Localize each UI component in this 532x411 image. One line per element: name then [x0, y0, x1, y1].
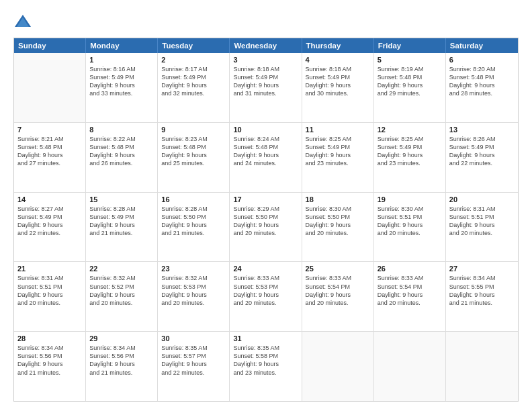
cell-line-0: Sunrise: 8:28 AM: [89, 205, 154, 213]
cell-line-0: Sunrise: 8:34 AM: [89, 344, 154, 352]
cal-cell-9: 9Sunrise: 8:23 AMSunset: 5:48 PMDaylight…: [158, 123, 230, 192]
cell-line-1: Sunset: 5:48 PM: [89, 143, 154, 151]
cell-line-1: Sunset: 5:54 PM: [306, 283, 370, 291]
cell-line-3: and 20 minutes.: [233, 229, 298, 237]
cell-line-1: Sunset: 5:50 PM: [161, 213, 226, 221]
logo: [13, 12, 35, 31]
cell-line-3: and 22 minutes.: [17, 229, 82, 237]
cal-cell-4: 4Sunrise: 8:18 AMSunset: 5:49 PMDaylight…: [302, 53, 374, 122]
cell-line-3: and 20 minutes.: [306, 299, 370, 307]
cell-line-1: Sunset: 5:49 PM: [17, 213, 82, 221]
page: SundayMondayTuesdayWednesdayThursdayFrid…: [0, 0, 532, 411]
day-number: 21: [17, 265, 82, 273]
cell-line-0: Sunrise: 8:34 AM: [449, 274, 515, 282]
cal-cell-29: 29Sunrise: 8:34 AMSunset: 5:56 PMDayligh…: [86, 332, 158, 401]
cal-cell-19: 19Sunrise: 8:30 AMSunset: 5:51 PMDayligh…: [374, 193, 446, 262]
cell-line-3: and 20 minutes.: [89, 299, 154, 307]
cell-line-3: and 25 minutes.: [161, 159, 226, 167]
cal-cell-14: 14Sunrise: 8:27 AMSunset: 5:49 PMDayligh…: [14, 193, 86, 262]
cell-line-1: Sunset: 5:49 PM: [449, 143, 515, 151]
cal-cell-26: 26Sunrise: 8:33 AMSunset: 5:54 PMDayligh…: [374, 262, 446, 331]
day-number: 29: [89, 334, 154, 342]
day-number: 9: [161, 126, 226, 134]
cell-line-1: Sunset: 5:51 PM: [449, 213, 515, 221]
day-number: 7: [17, 126, 82, 134]
cell-line-1: Sunset: 5:57 PM: [161, 352, 226, 360]
cal-cell-24: 24Sunrise: 8:33 AMSunset: 5:53 PMDayligh…: [230, 262, 302, 331]
cell-line-3: and 20 minutes.: [449, 229, 515, 237]
cal-week-2: 7Sunrise: 8:21 AMSunset: 5:48 PMDaylight…: [14, 123, 518, 193]
cell-line-0: Sunrise: 8:27 AM: [17, 205, 82, 213]
cal-cell-30: 30Sunrise: 8:35 AMSunset: 5:57 PMDayligh…: [158, 332, 230, 401]
cell-line-0: Sunrise: 8:17 AM: [161, 65, 226, 73]
day-number: 8: [89, 126, 154, 134]
cell-line-3: and 28 minutes.: [449, 89, 515, 97]
cell-line-1: Sunset: 5:53 PM: [161, 283, 226, 291]
cell-line-1: Sunset: 5:58 PM: [233, 352, 298, 360]
cell-line-2: Daylight: 9 hours: [17, 291, 82, 299]
cal-cell-empty-4-5: [374, 332, 446, 401]
cell-line-2: Daylight: 9 hours: [306, 221, 370, 229]
cell-line-2: Daylight: 9 hours: [449, 291, 515, 299]
cell-line-2: Daylight: 9 hours: [449, 221, 515, 229]
cal-cell-31: 31Sunrise: 8:35 AMSunset: 5:58 PMDayligh…: [230, 332, 302, 401]
cell-line-1: Sunset: 5:56 PM: [89, 352, 154, 360]
cal-header-tuesday: Tuesday: [158, 38, 230, 53]
day-number: 20: [449, 195, 515, 203]
day-number: 23: [161, 265, 226, 273]
cal-header-friday: Friday: [374, 38, 446, 53]
day-number: 30: [161, 334, 226, 342]
cell-line-3: and 33 minutes.: [89, 89, 154, 97]
day-number: 19: [378, 195, 442, 203]
cell-line-3: and 20 minutes.: [161, 299, 226, 307]
cell-line-3: and 21 minutes.: [449, 299, 515, 307]
cell-line-2: Daylight: 9 hours: [378, 81, 442, 89]
cell-line-0: Sunrise: 8:32 AM: [89, 274, 154, 282]
day-number: 4: [306, 56, 370, 64]
day-number: 16: [161, 195, 226, 203]
day-number: 10: [233, 126, 298, 134]
cell-line-1: Sunset: 5:48 PM: [449, 73, 515, 81]
day-number: 11: [306, 126, 370, 134]
cal-week-5: 28Sunrise: 8:34 AMSunset: 5:56 PMDayligh…: [14, 332, 518, 401]
cal-cell-17: 17Sunrise: 8:29 AMSunset: 5:50 PMDayligh…: [230, 193, 302, 262]
logo-icon: [13, 12, 32, 31]
calendar-body: 1Sunrise: 8:16 AMSunset: 5:49 PMDaylight…: [14, 53, 518, 401]
cal-week-4: 21Sunrise: 8:31 AMSunset: 5:51 PMDayligh…: [14, 262, 518, 332]
cell-line-2: Daylight: 9 hours: [17, 221, 82, 229]
cell-line-1: Sunset: 5:49 PM: [233, 73, 298, 81]
cell-line-3: and 30 minutes.: [306, 89, 370, 97]
cal-header-thursday: Thursday: [302, 38, 374, 53]
day-number: 3: [233, 56, 298, 64]
cal-cell-23: 23Sunrise: 8:32 AMSunset: 5:53 PMDayligh…: [158, 262, 230, 331]
cell-line-2: Daylight: 9 hours: [233, 221, 298, 229]
cell-line-1: Sunset: 5:54 PM: [378, 283, 442, 291]
cell-line-2: Daylight: 9 hours: [17, 360, 82, 368]
day-number: 2: [161, 56, 226, 64]
calendar: SundayMondayTuesdayWednesdayThursdayFrid…: [13, 38, 519, 402]
cell-line-3: and 21 minutes.: [17, 369, 82, 377]
cell-line-0: Sunrise: 8:33 AM: [233, 274, 298, 282]
cell-line-0: Sunrise: 8:18 AM: [306, 65, 370, 73]
day-number: 25: [306, 265, 370, 273]
cell-line-0: Sunrise: 8:18 AM: [233, 65, 298, 73]
cell-line-1: Sunset: 5:53 PM: [233, 283, 298, 291]
cell-line-2: Daylight: 9 hours: [378, 291, 442, 299]
cal-cell-2: 2Sunrise: 8:17 AMSunset: 5:49 PMDaylight…: [158, 53, 230, 122]
cell-line-1: Sunset: 5:51 PM: [378, 213, 442, 221]
cal-cell-11: 11Sunrise: 8:25 AMSunset: 5:49 PMDayligh…: [302, 123, 374, 192]
cal-cell-25: 25Sunrise: 8:33 AMSunset: 5:54 PMDayligh…: [302, 262, 374, 331]
cell-line-0: Sunrise: 8:33 AM: [306, 274, 370, 282]
cell-line-3: and 20 minutes.: [306, 229, 370, 237]
cell-line-0: Sunrise: 8:25 AM: [378, 135, 442, 143]
cell-line-2: Daylight: 9 hours: [89, 221, 154, 229]
cell-line-2: Daylight: 9 hours: [161, 360, 226, 368]
cell-line-3: and 32 minutes.: [161, 89, 226, 97]
day-number: 24: [233, 265, 298, 273]
cal-cell-empty-0-0: [14, 53, 86, 122]
cell-line-1: Sunset: 5:49 PM: [306, 143, 370, 151]
cell-line-1: Sunset: 5:51 PM: [17, 283, 82, 291]
day-number: 1: [89, 56, 154, 64]
cell-line-3: and 20 minutes.: [378, 299, 442, 307]
cell-line-1: Sunset: 5:49 PM: [378, 143, 442, 151]
